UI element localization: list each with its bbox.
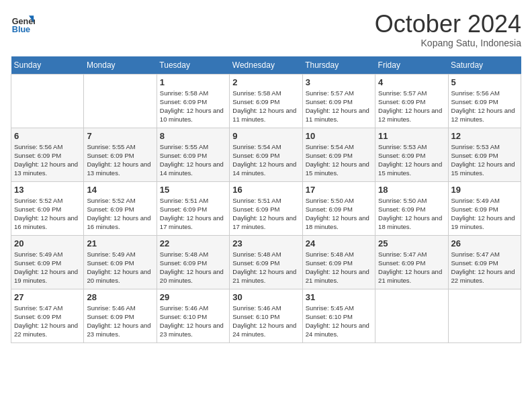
day-info: Sunrise: 5:49 AM Sunset: 6:09 PM Dayligh… xyxy=(87,250,153,285)
calendar-cell: 23Sunrise: 5:48 AM Sunset: 6:09 PM Dayli… xyxy=(230,235,302,289)
day-number: 15 xyxy=(160,185,226,195)
day-info: Sunrise: 5:57 AM Sunset: 6:09 PM Dayligh… xyxy=(378,89,445,124)
day-info: Sunrise: 5:55 AM Sunset: 6:09 PM Dayligh… xyxy=(87,142,153,178)
calendar-cell: 1Sunrise: 5:58 AM Sunset: 6:09 PM Daylig… xyxy=(157,74,229,128)
day-info: Sunrise: 5:48 AM Sunset: 6:09 PM Dayligh… xyxy=(160,250,226,285)
day-number: 1 xyxy=(160,77,226,87)
day-of-week-header: Sunday xyxy=(11,56,84,75)
calendar-cell xyxy=(84,74,157,128)
day-number: 25 xyxy=(378,238,445,248)
calendar-cell: 10Sunrise: 5:54 AM Sunset: 6:09 PM Dayli… xyxy=(302,128,375,181)
calendar-cell: 20Sunrise: 5:49 AM Sunset: 6:09 PM Dayli… xyxy=(11,235,84,289)
day-number: 30 xyxy=(232,292,299,302)
calendar-cell: 29Sunrise: 5:46 AM Sunset: 6:10 PM Dayli… xyxy=(157,289,229,342)
day-info: Sunrise: 5:58 AM Sunset: 6:09 PM Dayligh… xyxy=(160,89,226,124)
day-number: 3 xyxy=(306,77,372,87)
day-number: 7 xyxy=(87,131,153,141)
day-info: Sunrise: 5:58 AM Sunset: 6:09 PM Dayligh… xyxy=(232,89,299,124)
day-number: 26 xyxy=(451,238,518,248)
calendar-body: 1Sunrise: 5:58 AM Sunset: 6:09 PM Daylig… xyxy=(11,74,521,342)
day-info: Sunrise: 5:52 AM Sunset: 6:09 PM Dayligh… xyxy=(14,196,81,232)
day-number: 9 xyxy=(232,131,299,141)
day-number: 29 xyxy=(160,292,226,302)
day-info: Sunrise: 5:46 AM Sunset: 6:10 PM Dayligh… xyxy=(160,304,226,339)
calendar-cell: 26Sunrise: 5:47 AM Sunset: 6:09 PM Dayli… xyxy=(448,235,521,289)
day-number: 4 xyxy=(378,77,445,87)
day-info: Sunrise: 5:53 AM Sunset: 6:09 PM Dayligh… xyxy=(378,142,445,178)
day-number: 10 xyxy=(306,131,372,141)
calendar-cell: 11Sunrise: 5:53 AM Sunset: 6:09 PM Dayli… xyxy=(375,128,448,181)
calendar-cell: 27Sunrise: 5:47 AM Sunset: 6:09 PM Dayli… xyxy=(11,289,84,342)
day-number: 5 xyxy=(451,77,518,87)
day-number: 18 xyxy=(378,185,445,195)
day-number: 20 xyxy=(14,238,81,248)
day-info: Sunrise: 5:53 AM Sunset: 6:09 PM Dayligh… xyxy=(451,142,518,178)
day-of-week-header: Thursday xyxy=(302,56,375,75)
day-info: Sunrise: 5:48 AM Sunset: 6:09 PM Dayligh… xyxy=(232,250,299,285)
calendar-cell: 2Sunrise: 5:58 AM Sunset: 6:09 PM Daylig… xyxy=(230,74,302,128)
calendar-cell: 7Sunrise: 5:55 AM Sunset: 6:09 PM Daylig… xyxy=(84,128,157,181)
day-number: 14 xyxy=(87,185,153,195)
day-info: Sunrise: 5:49 AM Sunset: 6:09 PM Dayligh… xyxy=(451,196,518,232)
calendar-cell: 3Sunrise: 5:57 AM Sunset: 6:09 PM Daylig… xyxy=(302,74,375,128)
calendar-cell xyxy=(375,289,448,342)
calendar-cell xyxy=(11,74,84,128)
day-number: 12 xyxy=(451,131,518,141)
day-number: 23 xyxy=(232,238,299,248)
day-number: 22 xyxy=(160,238,226,248)
location-subtitle: Kopang Satu, Indonesia xyxy=(375,38,521,48)
day-info: Sunrise: 5:51 AM Sunset: 6:09 PM Dayligh… xyxy=(160,196,226,232)
day-info: Sunrise: 5:52 AM Sunset: 6:09 PM Dayligh… xyxy=(87,196,153,232)
day-number: 6 xyxy=(14,131,81,141)
page-header: General Blue October 2024 Kopang Satu, I… xyxy=(11,11,521,48)
calendar-header: SundayMondayTuesdayWednesdayThursdayFrid… xyxy=(11,56,521,75)
day-number: 11 xyxy=(378,131,445,141)
calendar-cell: 16Sunrise: 5:51 AM Sunset: 6:09 PM Dayli… xyxy=(230,181,302,235)
calendar-cell: 19Sunrise: 5:49 AM Sunset: 6:09 PM Dayli… xyxy=(448,181,521,235)
calendar-cell: 18Sunrise: 5:50 AM Sunset: 6:09 PM Dayli… xyxy=(375,181,448,235)
calendar-cell: 14Sunrise: 5:52 AM Sunset: 6:09 PM Dayli… xyxy=(84,181,157,235)
day-info: Sunrise: 5:50 AM Sunset: 6:09 PM Dayligh… xyxy=(378,196,445,232)
day-of-week-header: Friday xyxy=(375,56,448,75)
calendar-cell: 15Sunrise: 5:51 AM Sunset: 6:09 PM Dayli… xyxy=(157,181,229,235)
calendar-cell: 8Sunrise: 5:55 AM Sunset: 6:09 PM Daylig… xyxy=(157,128,229,181)
day-info: Sunrise: 5:56 AM Sunset: 6:09 PM Dayligh… xyxy=(451,89,518,124)
day-of-week-header: Monday xyxy=(84,56,157,75)
day-info: Sunrise: 5:50 AM Sunset: 6:09 PM Dayligh… xyxy=(306,196,372,232)
day-info: Sunrise: 5:54 AM Sunset: 6:09 PM Dayligh… xyxy=(232,142,299,178)
day-info: Sunrise: 5:55 AM Sunset: 6:09 PM Dayligh… xyxy=(160,142,226,178)
day-info: Sunrise: 5:49 AM Sunset: 6:09 PM Dayligh… xyxy=(14,250,81,285)
calendar-cell: 24Sunrise: 5:48 AM Sunset: 6:09 PM Dayli… xyxy=(302,235,375,289)
day-info: Sunrise: 5:56 AM Sunset: 6:09 PM Dayligh… xyxy=(14,142,81,178)
calendar-cell: 21Sunrise: 5:49 AM Sunset: 6:09 PM Dayli… xyxy=(84,235,157,289)
day-info: Sunrise: 5:45 AM Sunset: 6:10 PM Dayligh… xyxy=(306,304,372,339)
calendar-cell: 12Sunrise: 5:53 AM Sunset: 6:09 PM Dayli… xyxy=(448,128,521,181)
day-number: 24 xyxy=(306,238,372,248)
calendar-cell: 5Sunrise: 5:56 AM Sunset: 6:09 PM Daylig… xyxy=(448,74,521,128)
calendar-cell: 9Sunrise: 5:54 AM Sunset: 6:09 PM Daylig… xyxy=(230,128,302,181)
day-number: 2 xyxy=(232,77,299,87)
day-info: Sunrise: 5:48 AM Sunset: 6:09 PM Dayligh… xyxy=(306,250,372,285)
day-number: 21 xyxy=(87,238,153,248)
day-info: Sunrise: 5:46 AM Sunset: 6:09 PM Dayligh… xyxy=(87,304,153,339)
day-number: 28 xyxy=(87,292,153,302)
month-title: October 2024 xyxy=(375,11,521,38)
day-info: Sunrise: 5:46 AM Sunset: 6:10 PM Dayligh… xyxy=(232,304,299,339)
calendar-cell: 28Sunrise: 5:46 AM Sunset: 6:09 PM Dayli… xyxy=(84,289,157,342)
day-number: 16 xyxy=(232,185,299,195)
calendar-cell: 31Sunrise: 5:45 AM Sunset: 6:10 PM Dayli… xyxy=(302,289,375,342)
day-info: Sunrise: 5:47 AM Sunset: 6:09 PM Dayligh… xyxy=(451,250,518,285)
logo-icon: General Blue xyxy=(11,11,35,35)
logo: General Blue xyxy=(11,11,35,35)
day-number: 13 xyxy=(14,185,81,195)
calendar-cell: 6Sunrise: 5:56 AM Sunset: 6:09 PM Daylig… xyxy=(11,128,84,181)
day-number: 27 xyxy=(14,292,81,302)
calendar-cell xyxy=(448,289,521,342)
day-info: Sunrise: 5:47 AM Sunset: 6:09 PM Dayligh… xyxy=(14,304,81,339)
title-block: October 2024 Kopang Satu, Indonesia xyxy=(375,11,521,48)
day-number: 17 xyxy=(306,185,372,195)
calendar-cell: 30Sunrise: 5:46 AM Sunset: 6:10 PM Dayli… xyxy=(230,289,302,342)
calendar-cell: 13Sunrise: 5:52 AM Sunset: 6:09 PM Dayli… xyxy=(11,181,84,235)
calendar-table: SundayMondayTuesdayWednesdayThursdayFrid… xyxy=(11,56,521,343)
calendar-cell: 4Sunrise: 5:57 AM Sunset: 6:09 PM Daylig… xyxy=(375,74,448,128)
